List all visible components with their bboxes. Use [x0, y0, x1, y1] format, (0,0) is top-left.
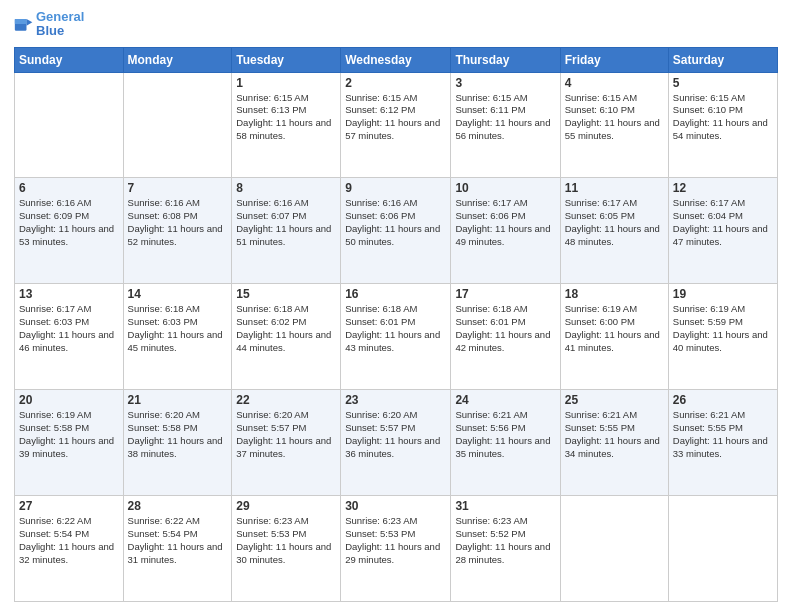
day-info: Sunrise: 6:21 AM Sunset: 5:55 PM Dayligh…: [673, 409, 773, 460]
calendar-cell: 8Sunrise: 6:16 AM Sunset: 6:07 PM Daylig…: [232, 178, 341, 284]
day-info: Sunrise: 6:22 AM Sunset: 5:54 PM Dayligh…: [128, 515, 228, 566]
day-number: 27: [19, 499, 119, 513]
day-info: Sunrise: 6:21 AM Sunset: 5:55 PM Dayligh…: [565, 409, 664, 460]
calendar-page: General Blue SundayMondayTuesdayWednesda…: [0, 0, 792, 612]
day-info: Sunrise: 6:20 AM Sunset: 5:57 PM Dayligh…: [345, 409, 446, 460]
day-info: Sunrise: 6:18 AM Sunset: 6:01 PM Dayligh…: [455, 303, 555, 354]
calendar-cell: [560, 496, 668, 602]
calendar-cell: 1Sunrise: 6:15 AM Sunset: 6:13 PM Daylig…: [232, 72, 341, 178]
logo-text: General Blue: [36, 10, 84, 39]
day-info: Sunrise: 6:18 AM Sunset: 6:01 PM Dayligh…: [345, 303, 446, 354]
calendar-cell: 25Sunrise: 6:21 AM Sunset: 5:55 PM Dayli…: [560, 390, 668, 496]
day-info: Sunrise: 6:20 AM Sunset: 5:57 PM Dayligh…: [236, 409, 336, 460]
day-info: Sunrise: 6:20 AM Sunset: 5:58 PM Dayligh…: [128, 409, 228, 460]
calendar-cell: 7Sunrise: 6:16 AM Sunset: 6:08 PM Daylig…: [123, 178, 232, 284]
calendar-cell: 11Sunrise: 6:17 AM Sunset: 6:05 PM Dayli…: [560, 178, 668, 284]
day-info: Sunrise: 6:17 AM Sunset: 6:03 PM Dayligh…: [19, 303, 119, 354]
calendar-cell: 27Sunrise: 6:22 AM Sunset: 5:54 PM Dayli…: [15, 496, 124, 602]
calendar-cell: 5Sunrise: 6:15 AM Sunset: 6:10 PM Daylig…: [668, 72, 777, 178]
day-info: Sunrise: 6:15 AM Sunset: 6:10 PM Dayligh…: [673, 92, 773, 143]
week-row-1: 1Sunrise: 6:15 AM Sunset: 6:13 PM Daylig…: [15, 72, 778, 178]
calendar-cell: [15, 72, 124, 178]
calendar-cell: 16Sunrise: 6:18 AM Sunset: 6:01 PM Dayli…: [341, 284, 451, 390]
day-info: Sunrise: 6:23 AM Sunset: 5:53 PM Dayligh…: [345, 515, 446, 566]
day-number: 23: [345, 393, 446, 407]
calendar-cell: 13Sunrise: 6:17 AM Sunset: 6:03 PM Dayli…: [15, 284, 124, 390]
calendar-table: SundayMondayTuesdayWednesdayThursdayFrid…: [14, 47, 778, 602]
day-info: Sunrise: 6:21 AM Sunset: 5:56 PM Dayligh…: [455, 409, 555, 460]
day-number: 7: [128, 181, 228, 195]
day-number: 31: [455, 499, 555, 513]
day-number: 14: [128, 287, 228, 301]
day-info: Sunrise: 6:16 AM Sunset: 6:08 PM Dayligh…: [128, 197, 228, 248]
weekday-header-saturday: Saturday: [668, 47, 777, 72]
day-number: 19: [673, 287, 773, 301]
calendar-cell: 12Sunrise: 6:17 AM Sunset: 6:04 PM Dayli…: [668, 178, 777, 284]
day-number: 12: [673, 181, 773, 195]
svg-rect-2: [15, 19, 27, 24]
svg-marker-1: [27, 19, 33, 26]
day-info: Sunrise: 6:15 AM Sunset: 6:10 PM Dayligh…: [565, 92, 664, 143]
calendar-cell: 18Sunrise: 6:19 AM Sunset: 6:00 PM Dayli…: [560, 284, 668, 390]
day-number: 15: [236, 287, 336, 301]
day-info: Sunrise: 6:16 AM Sunset: 6:09 PM Dayligh…: [19, 197, 119, 248]
week-row-4: 20Sunrise: 6:19 AM Sunset: 5:58 PM Dayli…: [15, 390, 778, 496]
day-info: Sunrise: 6:22 AM Sunset: 5:54 PM Dayligh…: [19, 515, 119, 566]
weekday-header-sunday: Sunday: [15, 47, 124, 72]
calendar-cell: 9Sunrise: 6:16 AM Sunset: 6:06 PM Daylig…: [341, 178, 451, 284]
day-number: 18: [565, 287, 664, 301]
day-number: 6: [19, 181, 119, 195]
day-number: 28: [128, 499, 228, 513]
day-number: 5: [673, 76, 773, 90]
week-row-2: 6Sunrise: 6:16 AM Sunset: 6:09 PM Daylig…: [15, 178, 778, 284]
day-number: 20: [19, 393, 119, 407]
day-info: Sunrise: 6:19 AM Sunset: 6:00 PM Dayligh…: [565, 303, 664, 354]
day-number: 3: [455, 76, 555, 90]
day-number: 8: [236, 181, 336, 195]
day-info: Sunrise: 6:16 AM Sunset: 6:06 PM Dayligh…: [345, 197, 446, 248]
calendar-cell: 10Sunrise: 6:17 AM Sunset: 6:06 PM Dayli…: [451, 178, 560, 284]
day-info: Sunrise: 6:16 AM Sunset: 6:07 PM Dayligh…: [236, 197, 336, 248]
day-info: Sunrise: 6:18 AM Sunset: 6:03 PM Dayligh…: [128, 303, 228, 354]
day-number: 22: [236, 393, 336, 407]
calendar-cell: 22Sunrise: 6:20 AM Sunset: 5:57 PM Dayli…: [232, 390, 341, 496]
header: General Blue: [14, 10, 778, 39]
calendar-cell: 4Sunrise: 6:15 AM Sunset: 6:10 PM Daylig…: [560, 72, 668, 178]
calendar-cell: 30Sunrise: 6:23 AM Sunset: 5:53 PM Dayli…: [341, 496, 451, 602]
calendar-cell: 3Sunrise: 6:15 AM Sunset: 6:11 PM Daylig…: [451, 72, 560, 178]
weekday-header-row: SundayMondayTuesdayWednesdayThursdayFrid…: [15, 47, 778, 72]
calendar-cell: 6Sunrise: 6:16 AM Sunset: 6:09 PM Daylig…: [15, 178, 124, 284]
day-number: 11: [565, 181, 664, 195]
day-info: Sunrise: 6:15 AM Sunset: 6:12 PM Dayligh…: [345, 92, 446, 143]
day-number: 1: [236, 76, 336, 90]
calendar-cell: 2Sunrise: 6:15 AM Sunset: 6:12 PM Daylig…: [341, 72, 451, 178]
calendar-cell: 24Sunrise: 6:21 AM Sunset: 5:56 PM Dayli…: [451, 390, 560, 496]
day-number: 24: [455, 393, 555, 407]
weekday-header-wednesday: Wednesday: [341, 47, 451, 72]
day-info: Sunrise: 6:17 AM Sunset: 6:04 PM Dayligh…: [673, 197, 773, 248]
day-number: 2: [345, 76, 446, 90]
day-number: 21: [128, 393, 228, 407]
calendar-cell: 29Sunrise: 6:23 AM Sunset: 5:53 PM Dayli…: [232, 496, 341, 602]
calendar-cell: 28Sunrise: 6:22 AM Sunset: 5:54 PM Dayli…: [123, 496, 232, 602]
day-info: Sunrise: 6:15 AM Sunset: 6:13 PM Dayligh…: [236, 92, 336, 143]
calendar-cell: [668, 496, 777, 602]
calendar-cell: 31Sunrise: 6:23 AM Sunset: 5:52 PM Dayli…: [451, 496, 560, 602]
day-info: Sunrise: 6:17 AM Sunset: 6:05 PM Dayligh…: [565, 197, 664, 248]
day-number: 16: [345, 287, 446, 301]
week-row-5: 27Sunrise: 6:22 AM Sunset: 5:54 PM Dayli…: [15, 496, 778, 602]
calendar-cell: 15Sunrise: 6:18 AM Sunset: 6:02 PM Dayli…: [232, 284, 341, 390]
calendar-cell: 17Sunrise: 6:18 AM Sunset: 6:01 PM Dayli…: [451, 284, 560, 390]
day-info: Sunrise: 6:23 AM Sunset: 5:53 PM Dayligh…: [236, 515, 336, 566]
day-number: 30: [345, 499, 446, 513]
calendar-cell: 23Sunrise: 6:20 AM Sunset: 5:57 PM Dayli…: [341, 390, 451, 496]
day-info: Sunrise: 6:19 AM Sunset: 5:58 PM Dayligh…: [19, 409, 119, 460]
week-row-3: 13Sunrise: 6:17 AM Sunset: 6:03 PM Dayli…: [15, 284, 778, 390]
calendar-cell: 20Sunrise: 6:19 AM Sunset: 5:58 PM Dayli…: [15, 390, 124, 496]
logo-icon: [14, 14, 34, 34]
calendar-cell: 26Sunrise: 6:21 AM Sunset: 5:55 PM Dayli…: [668, 390, 777, 496]
day-info: Sunrise: 6:17 AM Sunset: 6:06 PM Dayligh…: [455, 197, 555, 248]
weekday-header-friday: Friday: [560, 47, 668, 72]
calendar-cell: 19Sunrise: 6:19 AM Sunset: 5:59 PM Dayli…: [668, 284, 777, 390]
day-number: 26: [673, 393, 773, 407]
